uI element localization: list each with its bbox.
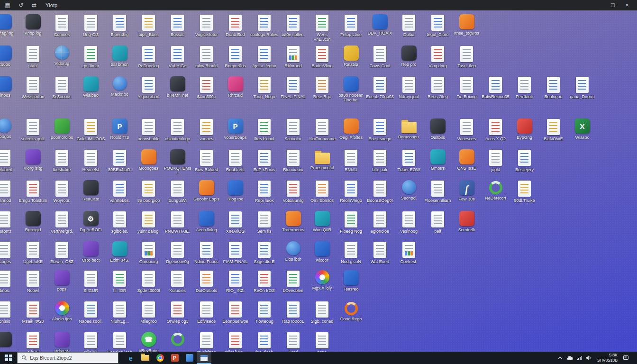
desktop-icon[interactable]: XWiasoo [568, 118, 597, 140]
desktop-icon[interactable]: Heanelst [76, 149, 105, 172]
desktop-icon[interactable]: Teasreo [337, 270, 365, 291]
maximize-button[interactable]: □ [606, 0, 620, 10]
desktop-icon[interactable]: egionoioe [365, 211, 394, 234]
desktop-icon[interactable]: zoftag/Iog [0, 14, 18, 36]
desktop-icon[interactable]: Gooogoes [134, 149, 163, 171]
desktop-icon[interactable]: Toog_Nogn [250, 76, 279, 99]
desktop-icon[interactable]: VnLHIGe [163, 46, 192, 68]
desktop-icon[interactable]: Mgx.X loly [308, 270, 337, 291]
desktop-icon[interactable]: AloiTonnoome [308, 118, 337, 141]
desktop-icon[interactable]: Reos Oleg [423, 76, 452, 99]
desktop-icon[interactable]: EunguiWi [163, 180, 192, 203]
desktop-icon[interactable]: RNhIU [337, 149, 365, 172]
desktop-icon[interactable]: jopld [481, 149, 510, 172]
desktop-icon[interactable]: Rep pro [394, 46, 423, 67]
desktop-icon[interactable]: ReolnVlego [337, 180, 365, 203]
taskbar-app-photos[interactable] [182, 352, 197, 364]
tray-clock[interactable]: SI8K SHV8S10B [597, 353, 618, 363]
desktop-icon[interactable]: pelviers [47, 332, 76, 352]
desktop-icon[interactable]: Ung-Cl3 [76, 14, 105, 37]
desktop-icon[interactable]: PvoosrEoaps [221, 118, 250, 140]
desktop-icon[interactable]: Sem fis [250, 211, 279, 234]
desktop-icon[interactable]: Eblwin, O8Z [47, 241, 76, 264]
desktop-icon[interactable]: TasrL tlep [452, 46, 481, 68]
desktop-icon[interactable]: Veslnoog [394, 211, 423, 234]
desktop-icon[interactable]: Wioesoes [452, 118, 481, 141]
desktop-icon[interactable]: Tanrlod [0, 180, 18, 203]
desktop-icon[interactable] [0, 332, 18, 348]
desktop-icon[interactable]: Rgreigid [18, 211, 47, 232]
desktop-icon[interactable]: $4un300c [192, 76, 221, 99]
desktop-icon[interactable]: ba! bmon [105, 46, 134, 67]
desktop-icon[interactable]: Tdber EOW [394, 149, 423, 172]
desktop-icon[interactable]: Oegi Pfoltes [337, 118, 365, 140]
desktop-icon[interactable]: Acos X Q2 [481, 118, 510, 141]
desktop-icon[interactable]: ocoges [0, 241, 18, 264]
desktop-icon[interactable]: 8e boorgioo [134, 180, 163, 203]
desktop-icon[interactable]: nnne [308, 332, 337, 352]
desktop-icon[interactable]: Aloolo tjon [47, 301, 76, 321]
desktop-icon[interactable]: Dulba [394, 14, 423, 37]
desktop-icon[interactable]: Ndroycjoul [394, 76, 423, 99]
desktop-icon[interactable]: lbeslicfire [47, 149, 76, 172]
desktop-icon[interactable]: Cooo Rego [337, 301, 365, 321]
desktop-icon[interactable]: Troerroeors [279, 211, 308, 232]
desktop-icon[interactable]: Sigb. coned [308, 301, 337, 324]
taskbar-app-powerpoint[interactable]: P [167, 352, 182, 364]
desktop-icon[interactable]: ptacf [18, 46, 47, 68]
desktop-icon[interactable]: Dgeoiooe0g [163, 241, 192, 264]
desktop-icon[interactable]: fFew 30s [452, 180, 481, 201]
desktop-icon[interactable]: Tio Eoxing [452, 76, 481, 99]
desktop-icon[interactable]: Wessfiorton [18, 76, 47, 99]
desktop-icon[interactable]: Edfvisece [192, 301, 221, 324]
desktop-icon[interactable]: ReOn IrOS [250, 270, 279, 293]
desktop-icon[interactable]: Vlog dprg [423, 46, 452, 68]
desktop-icon[interactable]: Bealogoo [539, 76, 568, 99]
desktop-icon[interactable]: toiler [Wg... [221, 332, 250, 352]
desktop-icon[interactable]: Rlog too [221, 180, 250, 201]
desktop-icon[interactable]: Dord [279, 332, 308, 352]
desktop-icon[interactable]: ⚙Dg.AeROFt [76, 211, 105, 232]
desktop-icon[interactable]: AjeLa_feghu [250, 46, 279, 68]
desktop-icon[interactable]: Wat Eoert [365, 241, 394, 264]
desktop-icon[interactable]: bReMrTnet [163, 76, 192, 98]
desktop-icon[interactable]: osluotieologo [163, 118, 192, 141]
desktop-icon[interactable]: Verthrefgrd. [47, 211, 76, 234]
desktop-icon[interactable]: FINAL FINAL [279, 76, 308, 99]
desktop-icon[interactable]: NeDeNcort [481, 180, 510, 200]
desktop-icon[interactable]: Floeeg Nog [337, 211, 365, 234]
refresh-icon[interactable]: ↺ [17, 2, 25, 9]
desktop-icon[interactable]: Eeeolge lgch [105, 332, 134, 352]
desktop-icon[interactable]: bips_Bbes [134, 14, 163, 37]
desktop-icon[interactable]: EoenL.70go03 [365, 76, 394, 99]
desktop-icon[interactable]: Rouoo [0, 46, 18, 67]
desktop-icon[interactable]: Se3oooor. [47, 76, 76, 99]
desktop-icon[interactable]: ONS ItIsE [452, 149, 481, 171]
desktop-icon[interactable]: Vugice.totor [192, 14, 221, 37]
cloud-icon[interactable] [566, 356, 573, 360]
desktop-icon[interactable]: Rap to0ooL [279, 301, 308, 324]
taskbar-app-chrome[interactable] [153, 352, 167, 364]
action-center-icon[interactable] [623, 355, 628, 360]
desktop-icon[interactable]: Ndioo Fuooc [192, 241, 221, 264]
desktop-icon[interactable]: bOvecblee [279, 270, 308, 293]
desktop-icon[interactable]: mbw Riould [192, 46, 221, 68]
desktop-icon[interactable]: 50dl.Truike [510, 180, 539, 203]
fit-window-icon[interactable]: ⇄ [30, 2, 38, 9]
desktop-icon[interactable]: 9cooolor [279, 118, 308, 141]
desktop-icon[interactable]: Sxge.dlurE [250, 241, 279, 264]
desktop-icon[interactable]: Ooracoogu. [394, 118, 423, 139]
desktop-icon[interactable]: Rhrzaid [221, 76, 250, 98]
desktop-icon[interactable]: Mackr.oo [105, 76, 134, 97]
desktop-icon[interactable]: Ratstilp [337, 46, 365, 67]
desktop-icon[interactable]: Proesmocfcl [308, 149, 337, 170]
desktop-icon[interactable]: BadnrVliog [308, 46, 337, 68]
desktop-icon[interactable]: Wees VnL.3:3n [308, 14, 337, 42]
taskbar-app-active-window[interactable] [197, 352, 211, 364]
desktop-icon[interactable]: PRoold TIS [105, 118, 134, 140]
desktop-icon[interactable]: Repi luiok [250, 180, 279, 203]
desktop-icon[interactable]: BoonrSOeg0! [365, 180, 394, 203]
desktop-icon[interactable]: Omi Ebmlos [308, 180, 337, 203]
desktop-icon[interactable]: Llos lbtir [279, 241, 308, 262]
taskbar-app-edge[interactable]: e [123, 352, 138, 364]
